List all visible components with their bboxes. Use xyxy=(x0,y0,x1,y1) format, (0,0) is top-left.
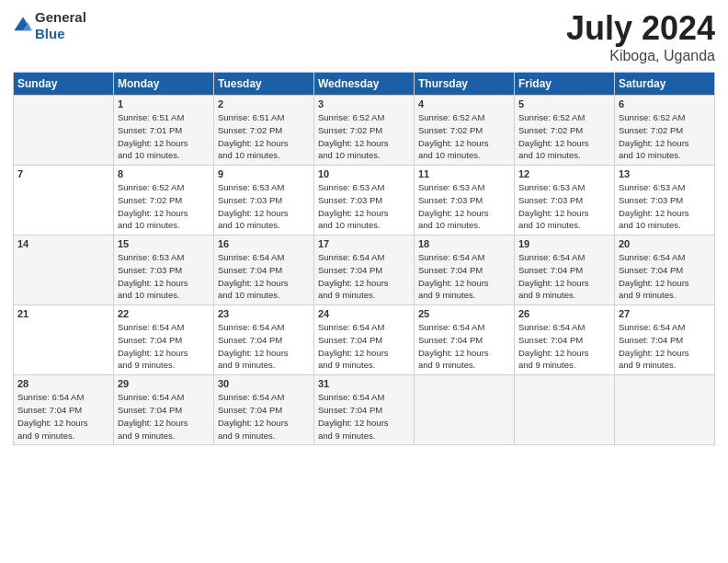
day-number: 12 xyxy=(518,168,610,179)
day-of-week-header: Sunday xyxy=(14,73,114,96)
calendar-cell: 14 xyxy=(14,236,114,305)
day-info: Sunrise: 6:54 AMSunset: 7:04 PMDaylight:… xyxy=(318,251,410,302)
day-number: 1 xyxy=(118,98,210,109)
calendar-cell: 27Sunrise: 6:54 AMSunset: 7:04 PMDayligh… xyxy=(615,305,715,375)
day-info: Sunrise: 6:52 AMSunset: 7:02 PMDaylight:… xyxy=(318,111,410,162)
calendar-location: Kiboga, Uganda xyxy=(566,48,715,64)
logo-blue-text: Blue xyxy=(35,26,65,41)
day-of-week-header: Saturday xyxy=(615,73,715,96)
day-info: Sunrise: 6:53 AMSunset: 7:03 PMDaylight:… xyxy=(518,181,610,232)
day-info: Sunrise: 6:54 AMSunset: 7:04 PMDaylight:… xyxy=(118,321,210,372)
day-info: Sunrise: 6:54 AMSunset: 7:04 PMDaylight:… xyxy=(318,391,410,442)
day-info: Sunrise: 6:54 AMSunset: 7:04 PMDaylight:… xyxy=(518,251,610,302)
day-info: Sunrise: 6:53 AMSunset: 7:03 PMDaylight:… xyxy=(418,181,510,232)
calendar-week-row: 1Sunrise: 6:51 AMSunset: 7:01 PMDaylight… xyxy=(14,96,715,166)
day-number: 21 xyxy=(17,308,109,319)
calendar-cell: 3Sunrise: 6:52 AMSunset: 7:02 PMDaylight… xyxy=(314,96,415,166)
day-of-week-header: Tuesday xyxy=(214,73,314,96)
calendar-body: 1Sunrise: 6:51 AMSunset: 7:01 PMDaylight… xyxy=(14,96,715,445)
day-number: 24 xyxy=(318,308,410,319)
day-number: 11 xyxy=(418,168,510,179)
calendar-cell: 1Sunrise: 6:51 AMSunset: 7:01 PMDaylight… xyxy=(114,96,214,166)
calendar-cell: 22Sunrise: 6:54 AMSunset: 7:04 PMDayligh… xyxy=(114,305,214,375)
day-info: Sunrise: 6:54 AMSunset: 7:04 PMDaylight:… xyxy=(218,251,310,302)
day-info: Sunrise: 6:54 AMSunset: 7:04 PMDaylight:… xyxy=(218,321,310,372)
day-info: Sunrise: 6:54 AMSunset: 7:04 PMDaylight:… xyxy=(118,391,210,442)
calendar-cell: 4Sunrise: 6:52 AMSunset: 7:02 PMDaylight… xyxy=(415,96,515,166)
day-of-week-header: Monday xyxy=(114,73,214,96)
day-of-week-header: Thursday xyxy=(415,73,515,96)
calendar-cell xyxy=(515,375,615,445)
day-number: 13 xyxy=(619,168,711,179)
day-number: 26 xyxy=(518,308,610,319)
calendar-cell: 10Sunrise: 6:53 AMSunset: 7:03 PMDayligh… xyxy=(314,166,415,236)
calendar-cell: 23Sunrise: 6:54 AMSunset: 7:04 PMDayligh… xyxy=(214,305,314,375)
calendar-cell: 25Sunrise: 6:54 AMSunset: 7:04 PMDayligh… xyxy=(415,305,515,375)
day-number: 15 xyxy=(118,238,210,249)
calendar-cell: 9Sunrise: 6:53 AMSunset: 7:03 PMDaylight… xyxy=(214,166,314,236)
day-info: Sunrise: 6:54 AMSunset: 7:04 PMDaylight:… xyxy=(17,391,109,442)
title-block: July 2024 Kiboga, Uganda xyxy=(566,9,715,64)
day-number: 23 xyxy=(218,308,310,319)
day-info: Sunrise: 6:52 AMSunset: 7:02 PMDaylight:… xyxy=(518,111,610,162)
calendar-cell: 16Sunrise: 6:54 AMSunset: 7:04 PMDayligh… xyxy=(214,236,314,305)
calendar-title: July 2024 xyxy=(566,9,715,48)
calendar-cell: 31Sunrise: 6:54 AMSunset: 7:04 PMDayligh… xyxy=(314,375,415,445)
calendar-cell: 20Sunrise: 6:54 AMSunset: 7:04 PMDayligh… xyxy=(615,236,715,305)
day-info: Sunrise: 6:53 AMSunset: 7:03 PMDaylight:… xyxy=(619,181,711,232)
day-number: 29 xyxy=(118,378,210,389)
day-number: 2 xyxy=(218,98,310,109)
day-number: 17 xyxy=(318,238,410,249)
day-number: 18 xyxy=(418,238,510,249)
day-info: Sunrise: 6:54 AMSunset: 7:04 PMDaylight:… xyxy=(619,251,711,302)
calendar-week-row: 78Sunrise: 6:52 AMSunset: 7:02 PMDayligh… xyxy=(14,166,715,236)
calendar-week-row: 1415Sunrise: 6:53 AMSunset: 7:03 PMDayli… xyxy=(14,236,715,305)
day-info: Sunrise: 6:54 AMSunset: 7:04 PMDaylight:… xyxy=(418,321,510,372)
calendar-cell xyxy=(415,375,515,445)
calendar-header-row: SundayMondayTuesdayWednesdayThursdayFrid… xyxy=(14,73,715,96)
calendar-cell xyxy=(615,375,715,445)
day-number: 19 xyxy=(518,238,610,249)
day-of-week-header: Friday xyxy=(515,73,615,96)
calendar-cell: 12Sunrise: 6:53 AMSunset: 7:03 PMDayligh… xyxy=(515,166,615,236)
calendar-cell: 13Sunrise: 6:53 AMSunset: 7:03 PMDayligh… xyxy=(615,166,715,236)
day-info: Sunrise: 6:54 AMSunset: 7:04 PMDaylight:… xyxy=(218,391,310,442)
header: General Blue July 2024 Kiboga, Uganda xyxy=(13,9,715,64)
day-number: 7 xyxy=(17,168,109,179)
day-info: Sunrise: 6:53 AMSunset: 7:03 PMDaylight:… xyxy=(318,181,410,232)
calendar-cell: 29Sunrise: 6:54 AMSunset: 7:04 PMDayligh… xyxy=(114,375,214,445)
calendar-cell: 11Sunrise: 6:53 AMSunset: 7:03 PMDayligh… xyxy=(415,166,515,236)
page-container: General Blue July 2024 Kiboga, Uganda Su… xyxy=(0,0,728,454)
calendar-cell: 17Sunrise: 6:54 AMSunset: 7:04 PMDayligh… xyxy=(314,236,415,305)
calendar-week-row: 28Sunrise: 6:54 AMSunset: 7:04 PMDayligh… xyxy=(14,375,715,445)
day-number: 25 xyxy=(418,308,510,319)
calendar-cell: 21 xyxy=(14,305,114,375)
calendar-cell: 5Sunrise: 6:52 AMSunset: 7:02 PMDaylight… xyxy=(515,96,615,166)
calendar-cell: 8Sunrise: 6:52 AMSunset: 7:02 PMDaylight… xyxy=(114,166,214,236)
day-info: Sunrise: 6:52 AMSunset: 7:02 PMDaylight:… xyxy=(418,111,510,162)
calendar-cell xyxy=(14,96,114,166)
day-info: Sunrise: 6:53 AMSunset: 7:03 PMDaylight:… xyxy=(118,251,210,302)
calendar-cell: 6Sunrise: 6:52 AMSunset: 7:02 PMDaylight… xyxy=(615,96,715,166)
calendar-cell: 24Sunrise: 6:54 AMSunset: 7:04 PMDayligh… xyxy=(314,305,415,375)
logo-icon xyxy=(13,16,33,36)
calendar-table: SundayMondayTuesdayWednesdayThursdayFrid… xyxy=(13,72,715,445)
day-info: Sunrise: 6:54 AMSunset: 7:04 PMDaylight:… xyxy=(318,321,410,372)
day-number: 28 xyxy=(17,378,109,389)
calendar-cell: 19Sunrise: 6:54 AMSunset: 7:04 PMDayligh… xyxy=(515,236,615,305)
day-info: Sunrise: 6:51 AMSunset: 7:01 PMDaylight:… xyxy=(118,111,210,162)
day-number: 9 xyxy=(218,168,310,179)
day-info: Sunrise: 6:51 AMSunset: 7:02 PMDaylight:… xyxy=(218,111,310,162)
calendar-cell: 15Sunrise: 6:53 AMSunset: 7:03 PMDayligh… xyxy=(114,236,214,305)
day-info: Sunrise: 6:52 AMSunset: 7:02 PMDaylight:… xyxy=(118,181,210,232)
day-of-week-header: Wednesday xyxy=(314,73,415,96)
calendar-cell: 26Sunrise: 6:54 AMSunset: 7:04 PMDayligh… xyxy=(515,305,615,375)
calendar-cell: 28Sunrise: 6:54 AMSunset: 7:04 PMDayligh… xyxy=(14,375,114,445)
day-number: 16 xyxy=(218,238,310,249)
day-info: Sunrise: 6:52 AMSunset: 7:02 PMDaylight:… xyxy=(619,111,711,162)
day-number: 31 xyxy=(318,378,410,389)
logo: General Blue xyxy=(13,9,86,42)
day-number: 20 xyxy=(619,238,711,249)
calendar-week-row: 2122Sunrise: 6:54 AMSunset: 7:04 PMDayli… xyxy=(14,305,715,375)
day-number: 8 xyxy=(118,168,210,179)
